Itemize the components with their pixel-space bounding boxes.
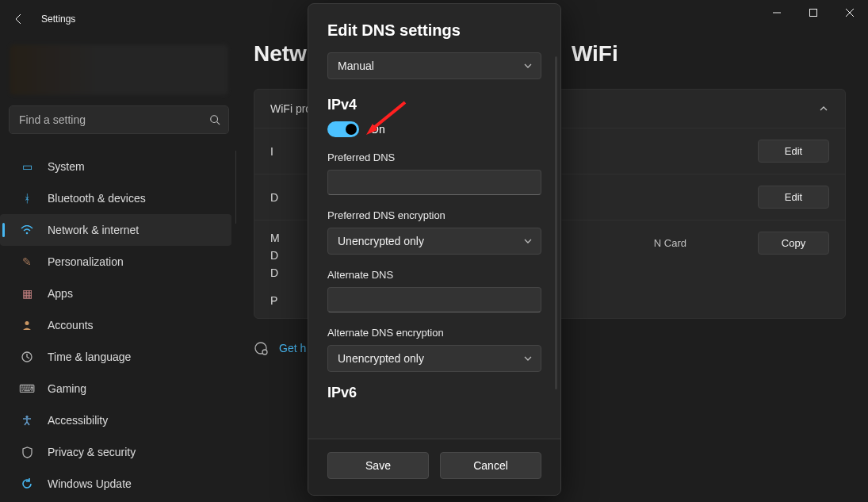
back-button[interactable] xyxy=(0,0,38,38)
shield-icon xyxy=(19,446,35,458)
sidebar: ▭System ᚼBluetooth & devices Network & i… xyxy=(0,38,238,502)
nav: ▭System ᚼBluetooth & devices Network & i… xyxy=(0,151,238,500)
sidebar-item-label: Time & language xyxy=(48,351,131,363)
sidebar-item-label: Gaming xyxy=(48,382,86,395)
row-label: M xyxy=(270,232,280,244)
sidebar-item-privacy[interactable]: Privacy & security xyxy=(0,436,231,468)
sidebar-item-personalization[interactable]: ✎Personalization xyxy=(0,246,231,278)
sidebar-item-update[interactable]: Windows Update xyxy=(0,468,231,500)
sidebar-item-label: Personalization xyxy=(48,255,124,268)
nav-divider xyxy=(235,151,236,224)
apps-icon: ▦ xyxy=(19,287,35,300)
ipv4-toggle-label: On xyxy=(370,123,385,136)
sidebar-item-system[interactable]: ▭System xyxy=(0,151,231,182)
card-header-label: WiFi pro xyxy=(270,102,312,115)
svg-point-2 xyxy=(211,116,218,123)
row-value: N Card xyxy=(654,237,686,249)
dialog-title: Edit DNS settings xyxy=(327,21,541,40)
get-help-link[interactable]: Get h xyxy=(279,342,306,354)
clock-icon xyxy=(19,351,35,362)
preferred-dns-encryption-label: Preferred DNS encryption xyxy=(327,209,541,221)
page-title: WiFi xyxy=(572,41,618,67)
dialog-scrollbar[interactable] xyxy=(555,56,557,389)
svg-point-4 xyxy=(26,232,29,235)
sidebar-item-network[interactable]: Network & internet xyxy=(0,214,231,246)
row-label: D xyxy=(270,191,278,204)
dns-mode-select[interactable]: Manual xyxy=(327,52,541,79)
profile-card[interactable] xyxy=(10,44,228,95)
search-icon xyxy=(209,114,220,125)
copy-button[interactable]: Copy xyxy=(758,232,829,255)
chevron-down-icon xyxy=(523,354,533,363)
dialog-footer: Save Cancel xyxy=(308,439,560,495)
edit-button[interactable]: Edit xyxy=(758,186,829,209)
help-icon xyxy=(254,341,268,355)
close-button[interactable] xyxy=(832,0,868,25)
accessibility-icon xyxy=(19,415,35,426)
sidebar-item-label: Privacy & security xyxy=(48,446,136,458)
sidebar-item-label: Bluetooth & devices xyxy=(48,192,146,205)
sidebar-item-apps[interactable]: ▦Apps xyxy=(0,278,231,309)
sidebar-item-label: Apps xyxy=(48,287,73,300)
sidebar-item-label: Windows Update xyxy=(48,477,132,490)
ipv6-heading: IPv6 xyxy=(327,385,541,401)
edit-dns-dialog: Edit DNS settings Manual IPv4 On Preferr… xyxy=(308,3,561,496)
gamepad-icon: ⌨ xyxy=(19,382,35,395)
svg-point-7 xyxy=(25,416,28,418)
sidebar-item-gaming[interactable]: ⌨Gaming xyxy=(0,373,231,404)
alternate-dns-label: Alternate DNS xyxy=(327,269,541,281)
svg-rect-1 xyxy=(810,10,817,17)
alternate-dns-encryption-value: Unencrypted only xyxy=(338,352,424,365)
person-icon xyxy=(19,320,35,331)
alternate-dns-input[interactable] xyxy=(327,287,541,312)
ipv4-heading: IPv4 xyxy=(327,97,541,113)
edit-button[interactable]: Edit xyxy=(758,140,829,163)
row-label: I xyxy=(270,145,273,158)
svg-point-5 xyxy=(25,321,29,325)
maximize-button[interactable] xyxy=(795,0,832,25)
sidebar-item-time[interactable]: Time & language xyxy=(0,341,231,373)
chevron-up-icon xyxy=(818,103,829,114)
preferred-dns-label: Preferred DNS xyxy=(327,151,541,163)
sidebar-item-label: Accounts xyxy=(48,319,94,331)
preferred-dns-encryption-value: Unencrypted only xyxy=(338,235,424,247)
row-label: D xyxy=(270,266,280,279)
svg-line-3 xyxy=(217,122,220,125)
chevron-down-icon xyxy=(523,236,533,246)
preferred-dns-encryption-select[interactable]: Unencrypted only xyxy=(327,228,541,255)
preferred-dns-input[interactable] xyxy=(327,170,541,195)
ipv4-toggle[interactable] xyxy=(327,121,359,137)
monitor-icon: ▭ xyxy=(19,160,35,173)
bluetooth-icon: ᚼ xyxy=(19,192,35,205)
row-label: D xyxy=(270,249,280,262)
alternate-dns-encryption-label: Alternate DNS encryption xyxy=(327,327,541,339)
sidebar-item-label: Network & internet xyxy=(48,224,139,236)
dns-mode-value: Manual xyxy=(338,59,374,72)
search-input[interactable] xyxy=(10,106,228,133)
sidebar-item-accessibility[interactable]: Accessibility xyxy=(0,404,231,436)
sidebar-item-label: System xyxy=(48,160,85,173)
wifi-icon xyxy=(19,225,35,235)
sidebar-item-accounts[interactable]: Accounts xyxy=(0,309,231,341)
chevron-down-icon xyxy=(523,61,533,71)
update-icon xyxy=(19,478,35,489)
sidebar-item-label: Accessibility xyxy=(48,414,108,427)
window-title: Settings xyxy=(41,13,75,25)
sidebar-item-bluetooth[interactable]: ᚼBluetooth & devices xyxy=(0,182,231,214)
svg-point-9 xyxy=(262,350,267,354)
save-button[interactable]: Save xyxy=(327,452,429,479)
brush-icon: ✎ xyxy=(19,255,35,268)
cancel-button[interactable]: Cancel xyxy=(440,452,541,479)
alternate-dns-encryption-select[interactable]: Unencrypted only xyxy=(327,345,541,372)
row-label: P xyxy=(270,294,277,307)
breadcrumb-part[interactable]: Netw xyxy=(254,41,307,67)
minimize-button[interactable] xyxy=(759,0,795,25)
